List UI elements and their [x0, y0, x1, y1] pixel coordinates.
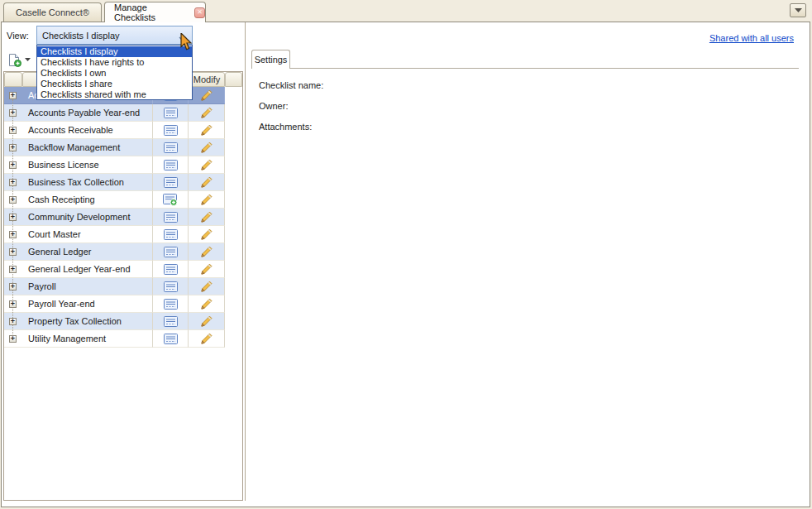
- expand-plus-icon[interactable]: +: [9, 92, 17, 99]
- view-option-4[interactable]: Checklists I share: [37, 79, 192, 89]
- open-form-icon[interactable]: [153, 243, 189, 261]
- open-form-add-icon[interactable]: [153, 191, 189, 209]
- expand-plus-icon[interactable]: +: [9, 248, 17, 256]
- expand-plus-icon[interactable]: +: [9, 127, 17, 134]
- modify-pencil-icon[interactable]: [189, 156, 225, 174]
- modify-pencil-icon[interactable]: [189, 122, 225, 139]
- checklist-row[interactable]: +Business Tax Collection: [4, 174, 225, 191]
- checklist-row[interactable]: +Accounts Payable Year-end: [4, 104, 225, 122]
- view-option-3[interactable]: Checklists I own: [37, 68, 192, 79]
- expand-plus-icon[interactable]: +: [9, 318, 17, 325]
- view-combobox-value: Checklists I display: [42, 31, 120, 41]
- checklist-row[interactable]: +Utility Management: [4, 330, 225, 348]
- expand-plus-icon[interactable]: +: [9, 300, 17, 308]
- expand-plus-icon[interactable]: +: [9, 231, 17, 238]
- expand-plus-icon[interactable]: +: [9, 161, 17, 169]
- checklist-row[interactable]: +Property Tax Collection: [4, 313, 225, 330]
- tab-label: Manage Checklists: [114, 2, 189, 22]
- open-form-icon[interactable]: [153, 261, 189, 278]
- checklist-row[interactable]: +General Ledger Year-end: [4, 261, 225, 278]
- tree-expander-cell: +: [4, 104, 22, 122]
- checklist-name-cell: General Ledger Year-end: [22, 261, 153, 278]
- checklist-row[interactable]: +Business License: [4, 156, 225, 174]
- new-checklist-caret-icon[interactable]: [25, 58, 31, 61]
- tab-settings[interactable]: Settings: [251, 50, 290, 69]
- checklist-row[interactable]: +General Ledger: [4, 243, 225, 261]
- tab-caselle-connect[interactable]: Caselle Connect®: [3, 2, 102, 22]
- modify-header-label: Modify: [193, 74, 220, 84]
- checklist-name-label: Checklist name:: [259, 80, 323, 90]
- modify-pencil-icon[interactable]: [189, 174, 225, 191]
- column-header-modify[interactable]: Modify: [189, 72, 225, 87]
- tree-expander-cell: +: [4, 174, 22, 191]
- checklist-toolbar: [5, 51, 31, 68]
- modify-pencil-icon[interactable]: [189, 243, 225, 261]
- checklist-row[interactable]: +Payroll Year-end: [4, 295, 225, 313]
- view-option-2[interactable]: Checklists I have rights to: [37, 57, 192, 68]
- view-label: View:: [7, 31, 29, 41]
- column-header-expander[interactable]: [4, 72, 22, 87]
- open-form-icon[interactable]: [153, 122, 189, 139]
- checklist-name-cell: Utility Management: [22, 330, 153, 348]
- expand-plus-icon[interactable]: +: [9, 196, 17, 204]
- view-dropdown: Checklists I displayChecklists I have ri…: [36, 45, 193, 100]
- view-combobox[interactable]: Checklists I display: [36, 26, 193, 45]
- open-form-icon[interactable]: [153, 104, 189, 122]
- open-form-icon[interactable]: [153, 174, 189, 191]
- modify-pencil-icon[interactable]: [189, 330, 225, 348]
- mouse-cursor-icon: [180, 33, 194, 54]
- tree-expander-cell: +: [4, 226, 22, 243]
- open-form-icon[interactable]: [153, 330, 189, 348]
- checklist-row[interactable]: +Cash Receipting: [4, 191, 225, 209]
- modify-pencil-icon[interactable]: [189, 87, 225, 104]
- expand-plus-icon[interactable]: +: [9, 266, 17, 273]
- tree-expander-cell: +: [4, 209, 22, 226]
- checklist-row[interactable]: +Court Master: [4, 226, 225, 243]
- checklist-row[interactable]: +Accounts Receivable: [4, 122, 225, 139]
- pane-divider: [245, 22, 246, 501]
- tree-expander-cell: +: [4, 156, 22, 174]
- expand-plus-icon[interactable]: +: [9, 109, 17, 117]
- view-option-5[interactable]: Checklists shared with me: [37, 89, 192, 100]
- tree-expander-cell: +: [4, 139, 22, 156]
- tree-expander-cell: +: [4, 278, 22, 295]
- checklist-row[interactable]: +Payroll: [4, 278, 225, 295]
- view-option-1[interactable]: Checklists I display: [37, 46, 192, 57]
- open-form-icon[interactable]: [153, 139, 189, 156]
- expand-plus-icon[interactable]: +: [9, 179, 17, 186]
- modify-pencil-icon[interactable]: [189, 104, 225, 122]
- modify-pencil-icon[interactable]: [189, 226, 225, 243]
- expand-plus-icon[interactable]: +: [9, 335, 17, 343]
- new-page-plus-icon: [7, 53, 21, 67]
- open-form-icon[interactable]: [153, 156, 189, 174]
- open-form-icon[interactable]: [153, 226, 189, 243]
- tab-overflow-button[interactable]: [790, 3, 806, 17]
- modify-pencil-icon[interactable]: [189, 139, 225, 156]
- modify-pencil-icon[interactable]: [189, 261, 225, 278]
- open-form-icon[interactable]: [153, 278, 189, 295]
- shared-with-all-users-link[interactable]: Shared with all users: [709, 33, 794, 43]
- modify-pencil-icon[interactable]: [189, 209, 225, 226]
- checklist-row[interactable]: +Backflow Management: [4, 139, 225, 156]
- open-form-icon[interactable]: [153, 209, 189, 226]
- modify-pencil-icon[interactable]: [189, 191, 225, 209]
- tab-label: Caselle Connect®: [16, 7, 89, 17]
- open-form-icon[interactable]: [153, 295, 189, 313]
- checklist-row[interactable]: +Community Development: [4, 209, 225, 226]
- expand-plus-icon[interactable]: +: [9, 144, 17, 151]
- tree-expander-cell: +: [4, 295, 22, 313]
- new-checklist-button[interactable]: [5, 51, 23, 68]
- owner-label: Owner:: [259, 101, 288, 111]
- modify-pencil-icon[interactable]: [189, 278, 225, 295]
- checklist-name-cell: General Ledger: [22, 243, 153, 261]
- close-tab-icon[interactable]: ✕: [194, 7, 205, 18]
- open-form-icon[interactable]: [153, 313, 189, 330]
- expand-plus-icon[interactable]: +: [9, 283, 17, 291]
- modify-pencil-icon[interactable]: [189, 295, 225, 313]
- checklist-name-cell: Payroll Year-end: [22, 295, 153, 313]
- tree-expander-cell: +: [4, 313, 22, 330]
- expand-plus-icon[interactable]: +: [9, 214, 17, 221]
- modify-pencil-icon[interactable]: [189, 313, 225, 330]
- tab-manage-checklists[interactable]: Manage Checklists ✕: [104, 2, 206, 22]
- checklist-name-cell: Backflow Management: [22, 139, 153, 156]
